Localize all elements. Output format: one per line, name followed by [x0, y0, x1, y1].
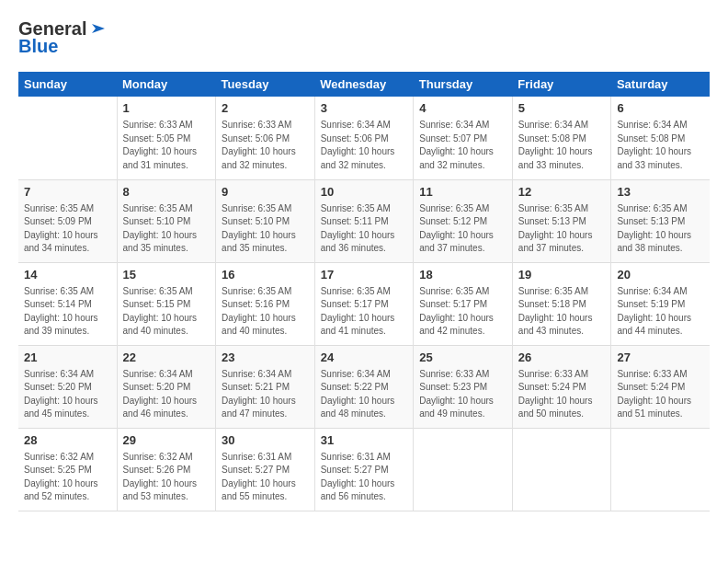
- calendar-cell: 14Sunrise: 6:35 AM Sunset: 5:14 PM Dayli…: [18, 262, 117, 345]
- day-details: Sunrise: 6:35 AM Sunset: 5:16 PM Dayligh…: [222, 285, 309, 339]
- day-number: 1: [123, 100, 210, 117]
- calendar-cell: 10Sunrise: 6:35 AM Sunset: 5:11 PM Dayli…: [314, 179, 414, 262]
- calendar-cell: 1Sunrise: 6:33 AM Sunset: 5:05 PM Daylig…: [117, 97, 216, 179]
- day-number: 29: [123, 432, 210, 449]
- calendar-cell: [512, 428, 611, 511]
- week-row-3: 14Sunrise: 6:35 AM Sunset: 5:14 PM Dayli…: [18, 262, 710, 345]
- calendar-cell: 27Sunrise: 6:33 AM Sunset: 5:24 PM Dayli…: [611, 345, 710, 428]
- day-details: Sunrise: 6:31 AM Sunset: 5:27 PM Dayligh…: [321, 451, 408, 504]
- col-header-thursday: Thursday: [414, 72, 513, 97]
- day-number: 19: [518, 267, 606, 283]
- day-details: Sunrise: 6:35 AM Sunset: 5:10 PM Dayligh…: [123, 202, 210, 256]
- logo-bird-icon: [88, 20, 105, 37]
- day-number: 20: [617, 267, 704, 283]
- day-number: 30: [222, 432, 309, 449]
- day-details: Sunrise: 6:33 AM Sunset: 5:24 PM Dayligh…: [617, 368, 704, 421]
- day-number: 7: [24, 184, 111, 201]
- calendar-cell: 7Sunrise: 6:35 AM Sunset: 5:09 PM Daylig…: [18, 179, 117, 262]
- logo: General Blue: [18, 18, 105, 57]
- day-details: Sunrise: 6:35 AM Sunset: 5:15 PM Dayligh…: [123, 285, 210, 339]
- calendar-cell: 23Sunrise: 6:34 AM Sunset: 5:21 PM Dayli…: [216, 345, 315, 428]
- calendar-cell: [414, 428, 513, 511]
- day-number: 8: [123, 184, 210, 201]
- day-number: 21: [24, 350, 111, 366]
- day-number: 17: [321, 267, 408, 283]
- col-header-monday: Monday: [117, 72, 216, 97]
- header-row: SundayMondayTuesdayWednesdayThursdayFrid…: [18, 72, 710, 97]
- day-number: 27: [617, 350, 704, 366]
- day-details: Sunrise: 6:33 AM Sunset: 5:24 PM Dayligh…: [518, 368, 606, 421]
- calendar-cell: 12Sunrise: 6:35 AM Sunset: 5:13 PM Dayli…: [512, 179, 611, 262]
- day-details: Sunrise: 6:32 AM Sunset: 5:25 PM Dayligh…: [24, 451, 111, 504]
- day-number: 3: [321, 100, 408, 117]
- calendar-cell: 19Sunrise: 6:35 AM Sunset: 5:18 PM Dayli…: [512, 262, 611, 345]
- calendar-cell: 21Sunrise: 6:34 AM Sunset: 5:20 PM Dayli…: [18, 345, 117, 428]
- day-number: 25: [419, 350, 506, 366]
- day-number: 24: [321, 350, 408, 366]
- day-details: Sunrise: 6:35 AM Sunset: 5:12 PM Dayligh…: [419, 202, 506, 256]
- day-number: 11: [419, 184, 506, 201]
- day-number: 4: [419, 100, 506, 117]
- day-details: Sunrise: 6:32 AM Sunset: 5:26 PM Dayligh…: [123, 451, 210, 504]
- day-details: Sunrise: 6:34 AM Sunset: 5:20 PM Dayligh…: [123, 368, 210, 421]
- calendar-cell: 22Sunrise: 6:34 AM Sunset: 5:20 PM Dayli…: [117, 345, 216, 428]
- day-number: 18: [419, 267, 506, 283]
- day-details: Sunrise: 6:34 AM Sunset: 5:21 PM Dayligh…: [222, 368, 309, 421]
- calendar-cell: 28Sunrise: 6:32 AM Sunset: 5:25 PM Dayli…: [18, 428, 117, 511]
- day-details: Sunrise: 6:35 AM Sunset: 5:17 PM Dayligh…: [321, 285, 408, 339]
- calendar-cell: 13Sunrise: 6:35 AM Sunset: 5:13 PM Dayli…: [611, 179, 710, 262]
- day-details: Sunrise: 6:35 AM Sunset: 5:17 PM Dayligh…: [419, 285, 506, 339]
- day-number: 14: [24, 267, 111, 283]
- calendar-cell: 25Sunrise: 6:33 AM Sunset: 5:23 PM Dayli…: [414, 345, 513, 428]
- calendar-cell: 29Sunrise: 6:32 AM Sunset: 5:26 PM Dayli…: [117, 428, 216, 511]
- day-details: Sunrise: 6:31 AM Sunset: 5:27 PM Dayligh…: [222, 451, 309, 504]
- calendar-cell: 8Sunrise: 6:35 AM Sunset: 5:10 PM Daylig…: [117, 179, 216, 262]
- day-number: 31: [321, 432, 408, 449]
- calendar-table: SundayMondayTuesdayWednesdayThursdayFrid…: [18, 72, 710, 511]
- day-details: Sunrise: 6:35 AM Sunset: 5:09 PM Dayligh…: [24, 202, 111, 256]
- week-row-4: 21Sunrise: 6:34 AM Sunset: 5:20 PM Dayli…: [18, 345, 710, 428]
- calendar-cell: 20Sunrise: 6:34 AM Sunset: 5:19 PM Dayli…: [611, 262, 710, 345]
- day-details: Sunrise: 6:33 AM Sunset: 5:23 PM Dayligh…: [419, 368, 506, 421]
- calendar-cell: 17Sunrise: 6:35 AM Sunset: 5:17 PM Dayli…: [314, 262, 414, 345]
- day-number: 10: [321, 184, 408, 201]
- day-details: Sunrise: 6:33 AM Sunset: 5:05 PM Dayligh…: [123, 119, 210, 172]
- calendar-cell: 31Sunrise: 6:31 AM Sunset: 5:27 PM Dayli…: [314, 428, 414, 511]
- day-number: 6: [617, 100, 704, 117]
- day-number: 22: [123, 350, 210, 366]
- day-details: Sunrise: 6:34 AM Sunset: 5:08 PM Dayligh…: [518, 119, 606, 172]
- calendar-cell: 30Sunrise: 6:31 AM Sunset: 5:27 PM Dayli…: [216, 428, 315, 511]
- calendar-cell: 16Sunrise: 6:35 AM Sunset: 5:16 PM Dayli…: [216, 262, 315, 345]
- calendar-cell: 4Sunrise: 6:34 AM Sunset: 5:07 PM Daylig…: [414, 97, 513, 179]
- week-row-5: 28Sunrise: 6:32 AM Sunset: 5:25 PM Dayli…: [18, 428, 710, 511]
- day-details: Sunrise: 6:35 AM Sunset: 5:10 PM Dayligh…: [222, 202, 309, 256]
- day-details: Sunrise: 6:35 AM Sunset: 5:13 PM Dayligh…: [518, 202, 606, 256]
- calendar-cell: 11Sunrise: 6:35 AM Sunset: 5:12 PM Dayli…: [414, 179, 513, 262]
- calendar-cell: 6Sunrise: 6:34 AM Sunset: 5:08 PM Daylig…: [611, 97, 710, 179]
- calendar-cell: 24Sunrise: 6:34 AM Sunset: 5:22 PM Dayli…: [314, 345, 414, 428]
- calendar-cell: 9Sunrise: 6:35 AM Sunset: 5:10 PM Daylig…: [216, 179, 315, 262]
- day-details: Sunrise: 6:34 AM Sunset: 5:22 PM Dayligh…: [321, 368, 408, 421]
- calendar-cell: 18Sunrise: 6:35 AM Sunset: 5:17 PM Dayli…: [414, 262, 513, 345]
- calendar-cell: 26Sunrise: 6:33 AM Sunset: 5:24 PM Dayli…: [512, 345, 611, 428]
- day-details: Sunrise: 6:35 AM Sunset: 5:11 PM Dayligh…: [321, 202, 408, 256]
- calendar-cell: [18, 97, 117, 179]
- day-number: 5: [518, 100, 606, 117]
- day-details: Sunrise: 6:34 AM Sunset: 5:20 PM Dayligh…: [24, 368, 111, 421]
- day-details: Sunrise: 6:34 AM Sunset: 5:19 PM Dayligh…: [617, 285, 704, 339]
- calendar-cell: 3Sunrise: 6:34 AM Sunset: 5:06 PM Daylig…: [314, 97, 414, 179]
- week-row-1: 1Sunrise: 6:33 AM Sunset: 5:05 PM Daylig…: [18, 97, 710, 179]
- calendar-cell: 15Sunrise: 6:35 AM Sunset: 5:15 PM Dayli…: [117, 262, 216, 345]
- logo-blue-text: Blue: [18, 36, 58, 57]
- day-details: Sunrise: 6:34 AM Sunset: 5:08 PM Dayligh…: [617, 119, 704, 172]
- day-details: Sunrise: 6:34 AM Sunset: 5:06 PM Dayligh…: [321, 119, 408, 172]
- col-header-friday: Friday: [512, 72, 611, 97]
- col-header-tuesday: Tuesday: [216, 72, 315, 97]
- day-number: 9: [222, 184, 309, 201]
- day-number: 12: [518, 184, 606, 201]
- day-details: Sunrise: 6:33 AM Sunset: 5:06 PM Dayligh…: [222, 119, 309, 172]
- calendar-cell: 5Sunrise: 6:34 AM Sunset: 5:08 PM Daylig…: [512, 97, 611, 179]
- svg-marker-0: [92, 24, 105, 33]
- day-number: 13: [617, 184, 704, 201]
- week-row-2: 7Sunrise: 6:35 AM Sunset: 5:09 PM Daylig…: [18, 179, 710, 262]
